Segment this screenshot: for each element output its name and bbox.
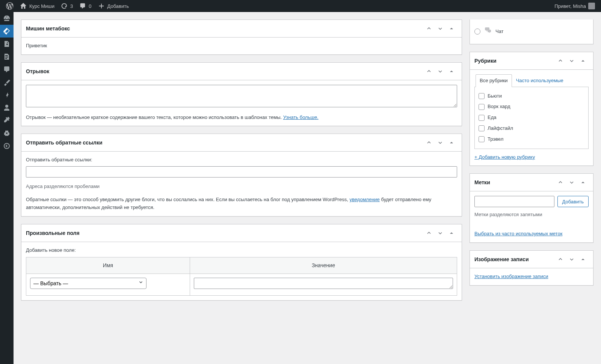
toggle-button[interactable] [577,177,589,188]
category-item[interactable]: Еда [479,112,584,123]
trackbacks-input[interactable] [26,166,457,177]
howdy-text: Привет, Misha [554,3,586,9]
metabox-custom: Мишин метабокс Приветик [21,20,462,55]
menu-dashboard[interactable] [0,12,14,25]
metabox-custom-content: Приветик [21,38,462,54]
toggle-button[interactable] [577,55,589,66]
category-item[interactable]: Ворк хард [479,101,584,112]
order-down-button[interactable] [435,66,446,77]
tags-input[interactable] [474,196,554,207]
tags-hint: Метки разделяются запятыми [474,211,589,219]
customfields-table: Имя Значение — Выбрать — [26,257,457,295]
trackbacks-info-link[interactable]: уведомление [349,197,379,202]
metabox-trackbacks: Отправить обратные ссылки Отправить обра… [21,134,462,216]
add-category-link[interactable]: + Добавить новую рубрику [474,153,535,161]
sidebox-featured-image: Изображение записи Установить изображени… [470,250,593,286]
order-up-button[interactable] [423,66,435,77]
comments-link[interactable]: 0 [76,0,94,12]
updates-link[interactable]: 3 [57,0,76,12]
menu-collapse[interactable] [0,140,14,152]
menu-media[interactable] [0,38,14,50]
menu-tools[interactable] [0,114,14,127]
category-checkbox[interactable] [479,125,485,131]
categories-title: Рубрики [474,58,497,64]
format-chat-radio[interactable] [474,29,480,35]
metabox-excerpt: Отрывок Отрывок — необязательное краткое… [21,62,462,126]
add-new-label: Добавить [107,3,129,9]
col-name: Имя [26,257,190,274]
category-checkbox[interactable] [479,115,485,121]
comment-icon [79,2,86,10]
menu-pages[interactable] [0,50,14,63]
svg-point-0 [4,143,9,149]
refresh-icon [60,2,68,10]
toggle-button[interactable] [446,23,457,34]
add-new-link[interactable]: Добавить [95,0,132,12]
excerpt-learn-more-link[interactable]: Узнать больше. [283,114,319,120]
home-icon [20,2,27,10]
toggle-button[interactable] [446,227,457,239]
col-value: Значение [190,257,457,274]
menu-plugins[interactable] [0,89,14,101]
categories-panel: Бьюти Ворк хард Еда Лайфстайл Трэвел [474,87,589,149]
order-down-button[interactable] [566,254,577,265]
tab-all-categories[interactable]: Все рубрики [476,74,512,87]
admin-bar: Курс Миши 3 0 Добавить Привет, Misha [0,0,601,12]
category-item[interactable]: Трэвел [479,134,584,145]
avatar [588,3,595,9]
trackbacks-description: Обратные ссылки — это способ уведомить д… [26,196,457,212]
trackbacks-hint: Адреса разделяются пробелами [26,183,457,191]
tab-frequent-categories[interactable]: Часто используемые [512,74,568,87]
order-up-button[interactable] [423,137,435,148]
excerpt-textarea[interactable] [26,85,457,107]
metabox-excerpt-title: Отрывок [26,68,49,74]
menu-settings[interactable] [0,127,14,140]
order-down-button[interactable] [435,137,446,148]
order-down-button[interactable] [435,23,446,34]
metabox-customfields: Произвольные поля Добавить новое поле: И… [21,224,462,301]
excerpt-description: Отрывок — необязательное краткое содержа… [26,114,457,122]
metabox-customfields-title: Произвольные поля [26,230,80,236]
metabox-trackbacks-title: Отправить обратные ссылки [26,140,103,146]
category-checkbox[interactable] [479,104,485,110]
order-up-button[interactable] [423,227,435,239]
customfields-add-label: Добавить новое поле: [26,247,457,254]
tags-title: Метки [474,179,490,185]
my-account-link[interactable]: Привет, Misha [551,0,598,12]
admin-sidebar [0,12,14,316]
featured-title: Изображение записи [474,256,529,262]
order-up-button[interactable] [555,55,566,66]
menu-posts[interactable] [0,25,14,38]
metabox-custom-title: Мишин метабокс [26,26,70,32]
customfields-value-textarea[interactable] [194,278,453,289]
wordpress-icon [6,2,14,10]
add-tag-button[interactable]: Добавить [557,196,589,207]
toggle-button[interactable] [446,137,457,148]
category-checkbox[interactable] [479,136,485,142]
site-title: Курс Миши [29,3,54,9]
menu-comments[interactable] [0,63,14,76]
order-down-button[interactable] [566,177,577,188]
updates-count: 3 [70,3,73,9]
frequent-tags-link[interactable]: Выбрать из часто используемых меток [474,231,562,236]
category-checkbox[interactable] [479,93,485,99]
order-up-button[interactable] [423,23,435,34]
category-item[interactable]: Бьюти [479,91,584,102]
wp-logo[interactable] [3,0,17,12]
sidebox-format: Чат [470,20,593,44]
toggle-button[interactable] [446,66,457,77]
order-down-button[interactable] [566,55,577,66]
format-chat-label: Чат [495,28,504,36]
order-up-button[interactable] [555,254,566,265]
order-up-button[interactable] [555,177,566,188]
sidebox-tags: Метки Добавить Метки разделяются запятым… [470,173,593,243]
menu-users[interactable] [0,101,14,114]
site-name-link[interactable]: Курс Миши [17,0,57,12]
customfields-name-select[interactable]: — Выбрать — [30,278,146,289]
chat-icon [484,26,492,37]
menu-appearance[interactable] [0,76,14,89]
toggle-button[interactable] [577,254,589,265]
order-down-button[interactable] [435,227,446,239]
set-featured-image-link[interactable]: Установить изображение записи [474,274,548,279]
category-item[interactable]: Лайфстайл [479,123,584,134]
